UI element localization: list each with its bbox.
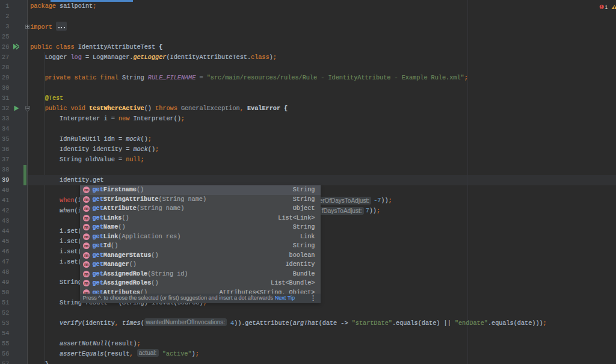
svg-text:1: 1 bbox=[605, 4, 608, 10]
